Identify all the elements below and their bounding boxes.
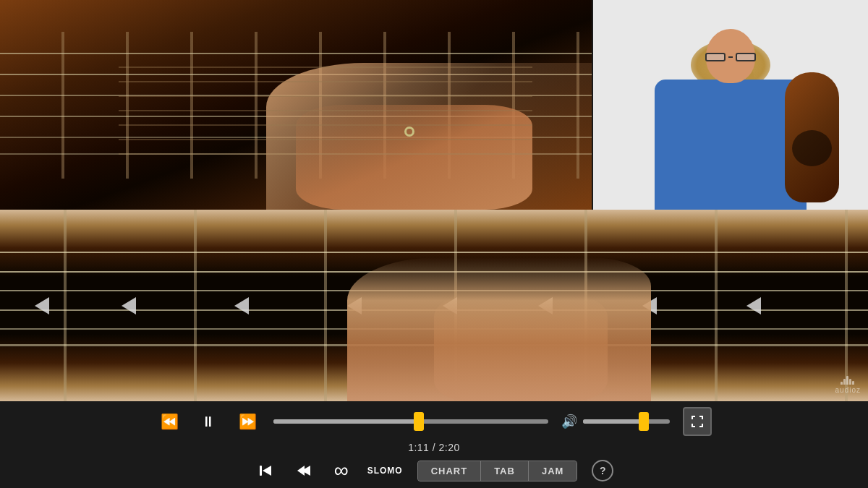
audioz-bar-2 (843, 379, 846, 385)
fastforward-button[interactable]: ⏩ (234, 408, 260, 435)
fullscreen-icon (691, 415, 704, 428)
progress-thumb[interactable] (414, 412, 424, 431)
slomo-label: SLOMO (367, 466, 403, 476)
audioz-text: audioz (835, 386, 861, 394)
bottom-controls-row: ∞ SLOMO CHART TAB JAM ? (14, 459, 854, 482)
fretboard (0, 210, 868, 401)
progress-fill (273, 419, 419, 424)
progress-bar[interactable] (273, 419, 548, 424)
controls-bar: ⏪ ⏸ ⏩ 🔊 (0, 401, 868, 488)
audioz-bar-1 (841, 382, 843, 385)
app: audioz ⏪ ⏸ ⏩ 🔊 (0, 0, 868, 488)
volume-control: 🔊 (561, 414, 670, 429)
loop-button[interactable]: ∞ (330, 459, 353, 482)
fret-arrow-1 (35, 297, 49, 314)
svg-rect-0 (260, 466, 262, 476)
video-area: audioz (0, 0, 868, 401)
player-portrait (593, 0, 868, 210)
svg-marker-1 (263, 466, 271, 476)
volume-bar[interactable] (583, 419, 670, 424)
help-icon: ? (600, 465, 606, 476)
loop-icon: ∞ (334, 459, 349, 482)
bottom-fretboard-video (0, 210, 868, 401)
top-left-video (0, 0, 593, 210)
top-row (0, 0, 868, 210)
transport-row: ⏪ ⏸ ⏩ 🔊 (14, 407, 854, 436)
tab-button[interactable]: TAB (481, 461, 529, 481)
fret-arrow-2 (122, 297, 136, 314)
chart-button[interactable]: CHART (418, 461, 482, 481)
slomo-button[interactable]: SLOMO (367, 459, 403, 482)
audioz-bar-5 (852, 381, 854, 385)
guitar-closeup (0, 0, 592, 210)
help-button[interactable]: ? (592, 460, 613, 481)
skip-back-button[interactable] (292, 459, 315, 482)
volume-fill (583, 419, 644, 424)
audioz-bar-3 (846, 376, 848, 385)
audioz-icon (841, 374, 855, 385)
fullscreen-button[interactable] (683, 407, 712, 436)
top-right-video (593, 0, 868, 210)
time-display: 1:11 / 2:20 (408, 442, 460, 453)
volume-icon: 🔊 (561, 414, 577, 429)
rewind-button[interactable]: ⏪ (156, 408, 182, 435)
mode-buttons: CHART TAB JAM (417, 461, 578, 481)
fret-arrow-8 (746, 297, 761, 314)
skip-to-start-button[interactable] (255, 459, 278, 482)
volume-thumb[interactable] (639, 412, 649, 431)
audioz-bar-4 (849, 379, 851, 385)
skip-back-icon (296, 463, 312, 479)
jam-button[interactable]: JAM (529, 461, 576, 481)
svg-marker-3 (297, 466, 305, 476)
fret-arrow-3 (234, 297, 249, 314)
audioz-watermark: audioz (835, 374, 861, 394)
skip-start-icon (258, 463, 274, 479)
pause-button[interactable]: ⏸ (195, 408, 221, 435)
